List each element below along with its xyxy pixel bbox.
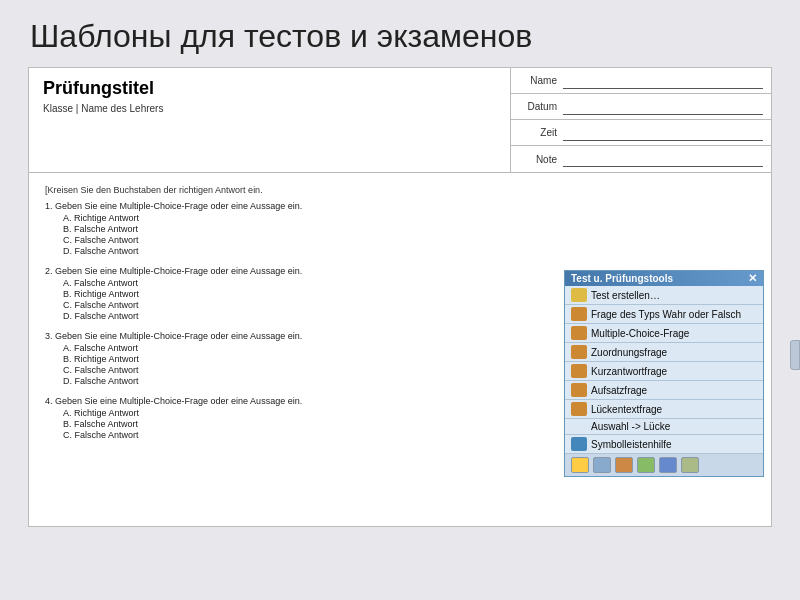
- toolbar-footer-btn-5[interactable]: [659, 457, 677, 473]
- toolbar-item[interactable]: Zuordnungsfrage: [565, 343, 763, 362]
- field-line-name: [563, 73, 763, 89]
- question-item: 1. Geben Sie eine Multiple-Choice-Frage …: [45, 201, 755, 256]
- test-tools-toolbar: Test u. Prüfungstools ✕ Test erstellen…F…: [564, 270, 764, 477]
- toolbar-close-button[interactable]: ✕: [748, 273, 757, 284]
- toolbar-item-icon: [571, 307, 587, 321]
- toolbar-item-icon: [571, 383, 587, 397]
- toolbar-footer-btn-6[interactable]: [681, 457, 699, 473]
- exam-header: Prüfungstitel Klasse | Name des Lehrers …: [29, 68, 771, 173]
- toolbar-item[interactable]: Symbolleistenhilfe: [565, 435, 763, 454]
- toolbar-item-icon: [571, 288, 587, 302]
- slide: Шаблоны для тестов и экзаменов Prüfungst…: [0, 0, 800, 600]
- question-text: 1. Geben Sie eine Multiple-Choice-Frage …: [45, 201, 755, 211]
- toolbar-item[interactable]: Test erstellen…: [565, 286, 763, 305]
- toolbar-item-label: Zuordnungsfrage: [591, 347, 667, 358]
- field-row-note: Note: [511, 146, 771, 172]
- toolbar-item-label: Frage des Typs Wahr oder Falsch: [591, 309, 741, 320]
- field-label-name: Name: [511, 75, 563, 86]
- toolbar-item-label: Multiple-Choice-Frage: [591, 328, 689, 339]
- toolbar-item-label: Lückentextfrage: [591, 404, 662, 415]
- toolbar-item-icon: [571, 402, 587, 416]
- field-row-name: Name: [511, 68, 771, 94]
- toolbar-footer-btn-4[interactable]: [637, 457, 655, 473]
- field-line-note: [563, 151, 763, 167]
- toolbar-footer-btn-3[interactable]: [615, 457, 633, 473]
- field-row-zeit: Zeit: [511, 120, 771, 146]
- toolbar-item-label: Aufsatzfrage: [591, 385, 647, 396]
- field-label-zeit: Zeit: [511, 127, 563, 138]
- toolbar-header: Test u. Prüfungstools ✕: [565, 271, 763, 286]
- toolbar-item[interactable]: Auswahl -> Lücke: [565, 419, 763, 435]
- field-row-datum: Datum: [511, 94, 771, 120]
- toolbar-item[interactable]: Frage des Typs Wahr oder Falsch: [565, 305, 763, 324]
- instructions: [Kreisen Sie den Buchstaben der richtige…: [29, 173, 771, 197]
- answer-item: A. Richtige Antwort: [63, 213, 755, 223]
- field-label-note: Note: [511, 154, 563, 165]
- answer-item: C. Falsche Antwort: [63, 235, 755, 245]
- exam-fields: Name Datum Zeit Note: [511, 68, 771, 172]
- toolbar-item-icon: [571, 345, 587, 359]
- field-line-zeit: [563, 125, 763, 141]
- exam-title: Prüfungstitel: [43, 78, 496, 99]
- answer-item: D. Falsche Antwort: [63, 246, 755, 256]
- field-label-datum: Datum: [511, 101, 563, 112]
- toolbar-items: Test erstellen…Frage des Typs Wahr oder …: [565, 286, 763, 454]
- toolbar-footer: [565, 454, 763, 476]
- toolbar-footer-btn-2[interactable]: [593, 457, 611, 473]
- slide-title: Шаблоны для тестов и экзаменов: [0, 0, 800, 67]
- toolbar-item-label: Kurzantwortfrage: [591, 366, 667, 377]
- toolbar-item-icon: [571, 437, 587, 451]
- exam-subtitle: Klasse | Name des Lehrers: [43, 103, 496, 114]
- toolbar-item-label: Auswahl -> Lücke: [591, 421, 670, 432]
- answer-list: A. Richtige AntwortB. Falsche AntwortC. …: [45, 213, 755, 256]
- toolbar-footer-btn-1[interactable]: [571, 457, 589, 473]
- exam-title-block: Prüfungstitel Klasse | Name des Lehrers: [29, 68, 511, 172]
- toolbar-title: Test u. Prüfungstools: [571, 273, 673, 284]
- toolbar-item-label: Symbolleistenhilfe: [591, 439, 672, 450]
- toolbar-item[interactable]: Multiple-Choice-Frage: [565, 324, 763, 343]
- field-line-datum: [563, 99, 763, 115]
- toolbar-item[interactable]: Aufsatzfrage: [565, 381, 763, 400]
- toolbar-item-icon: [571, 364, 587, 378]
- toolbar-item-icon: [571, 326, 587, 340]
- answer-item: B. Falsche Antwort: [63, 224, 755, 234]
- side-handle[interactable]: [790, 340, 800, 370]
- toolbar-item[interactable]: Kurzantwortfrage: [565, 362, 763, 381]
- toolbar-item[interactable]: Lückentextfrage: [565, 400, 763, 419]
- toolbar-item-label: Test erstellen…: [591, 290, 660, 301]
